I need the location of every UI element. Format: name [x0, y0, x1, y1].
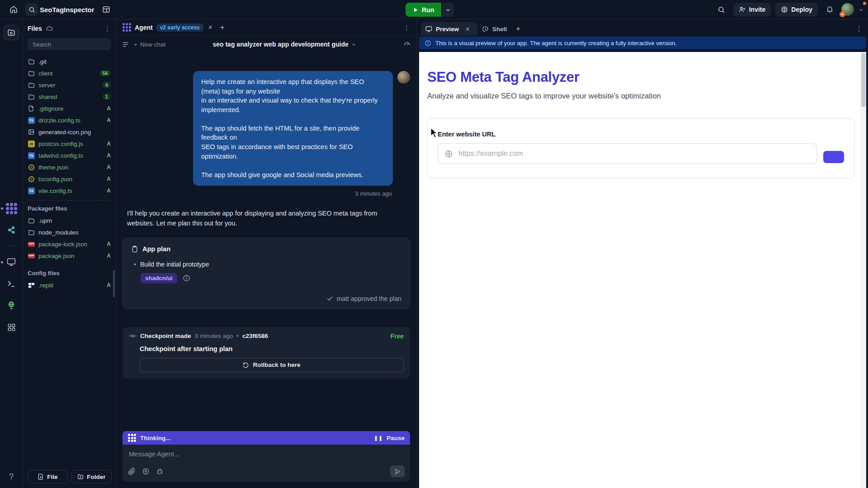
preview-scrollbar[interactable] [860, 52, 866, 488]
target-icon[interactable] [142, 468, 150, 475]
typescript-icon: TS [28, 117, 35, 124]
new-file-button[interactable]: File [28, 470, 68, 483]
agent-tab-menu-button[interactable]: ⋮ [401, 23, 412, 32]
chevron-down-icon [445, 7, 451, 13]
file-name: .gitignore [38, 105, 64, 112]
file-row[interactable]: JS postcss.config.js A [28, 138, 111, 150]
tab-agent[interactable]: Agent v2 early access [121, 19, 205, 36]
tab-shell[interactable]: Shell [477, 22, 511, 36]
file-row[interactable]: .gitignore A [28, 103, 111, 114]
new-chat-button[interactable]: + New chat [134, 41, 165, 48]
url-card: Enter website URL [427, 118, 854, 178]
file-row[interactable]: shared 1 [28, 91, 111, 103]
preview-menu-button[interactable]: ⋮ [854, 25, 864, 33]
rail-divider [5, 246, 17, 246]
tab-preview[interactable]: Preview ✕ [421, 22, 477, 36]
global-search-button[interactable] [714, 3, 729, 16]
workflows-rail-button[interactable] [5, 224, 17, 236]
chat-title-dropdown[interactable]: seo tag analyzer web app development gui… [170, 41, 399, 48]
chat-header: + New chat seo tag analyzer web app deve… [116, 36, 416, 53]
file-row[interactable]: .replit A [28, 279, 111, 291]
help-button[interactable]: ? [0, 472, 23, 482]
analyze-button[interactable] [823, 151, 844, 163]
console-rail-button[interactable] [5, 256, 17, 268]
home-button[interactable] [6, 3, 21, 16]
run-options-button[interactable] [442, 3, 454, 17]
added-badge: A [107, 282, 111, 288]
file-row[interactable]: package-lock.json A [28, 238, 111, 250]
file-row[interactable]: node_modules [28, 226, 111, 238]
npm-icon [28, 240, 35, 248]
file-row[interactable]: server 4 [28, 79, 111, 91]
files-search-input[interactable] [32, 41, 107, 48]
file-name: .replit [38, 282, 53, 289]
file-name: vite.config.ts [38, 188, 72, 194]
info-icon[interactable] [183, 274, 190, 282]
config-files-label: Config files [28, 268, 111, 279]
checkpoint-time: 3 minutes ago [195, 333, 233, 339]
checkpoint-hash: c23f6586 [242, 333, 268, 339]
avatar-plus-badge: + [840, 11, 845, 17]
typescript-icon: TS [28, 152, 35, 159]
file-row[interactable]: client 56 [28, 67, 111, 79]
chat-list-icon[interactable] [122, 41, 129, 48]
attachment-icon[interactable] [128, 468, 136, 475]
plan-item-label: Build the initial prototype [140, 261, 209, 268]
file-row[interactable]: generated-icon.png [28, 126, 111, 138]
file-row[interactable]: .git [28, 56, 111, 67]
agent-rail-button[interactable] [5, 202, 17, 214]
files-scrollbar[interactable] [113, 270, 115, 297]
deployments-rail-button[interactable] [5, 300, 17, 311]
close-preview-tab-button[interactable]: ✕ [462, 26, 473, 33]
close-tab-button[interactable]: ✕ [205, 24, 216, 31]
layout-toggle-button[interactable] [99, 3, 113, 16]
shadcn-tag[interactable]: shadcn/ui [141, 273, 177, 283]
file-plus-icon [38, 474, 44, 480]
new-pane-button[interactable]: + [511, 24, 525, 33]
bug-icon[interactable] [156, 468, 164, 475]
chat-scroll-area[interactable]: Help me create an interactive app that d… [116, 54, 416, 428]
app-icon[interactable] [25, 3, 38, 16]
new-tab-button[interactable]: + [216, 23, 229, 32]
section-divider [28, 200, 111, 201]
file-name: client [38, 70, 53, 77]
new-folder-label: Folder [87, 474, 105, 480]
notifications-button[interactable] [822, 3, 837, 16]
file-row[interactable]: TS drizzle.config.ts A [28, 114, 111, 126]
pause-button[interactable]: ❚❚ Pause [374, 435, 405, 441]
files-menu-button[interactable]: ⋮ [104, 24, 111, 33]
send-button[interactable] [390, 465, 405, 477]
send-icon [394, 468, 401, 475]
file-row[interactable]: .upm [28, 215, 111, 226]
account-chevron-icon[interactable] [859, 7, 863, 12]
collapse-files-button[interactable] [4, 25, 19, 40]
new-folder-button[interactable]: Folder [71, 470, 112, 483]
message-agent-input[interactable] [128, 450, 405, 458]
file-name: theme.json [38, 164, 68, 171]
run-button[interactable]: Run [406, 3, 441, 17]
file-row[interactable]: TS vite.config.ts A [28, 185, 111, 197]
file-row[interactable]: package.json A [28, 250, 111, 262]
cloud-icon [46, 25, 53, 32]
url-input-wrap[interactable] [438, 143, 817, 164]
usage-gauge-icon[interactable] [403, 41, 411, 48]
free-badge: Free [390, 333, 404, 340]
rollback-button[interactable]: Rollback to here [140, 358, 404, 372]
message-input-wrap[interactable] [128, 450, 405, 458]
deploy-button[interactable]: Deploy [775, 3, 818, 16]
scrollbar-thumb[interactable] [861, 53, 866, 107]
files-search-box[interactable] [28, 38, 111, 50]
tools-rail-button[interactable] [5, 321, 17, 333]
file-row[interactable]: TS tailwind.config.ts A [28, 150, 111, 161]
invite-button[interactable]: Invite [733, 3, 771, 16]
file-row[interactable]: theme.json A [28, 161, 111, 173]
check-icon [326, 295, 333, 302]
assistant-message: I'll help you create an interactive app … [127, 209, 406, 229]
url-input[interactable] [458, 149, 810, 158]
file-list: .git client 56 server 4 shared 1 .gitign… [23, 54, 115, 291]
avatar[interactable]: + [841, 3, 854, 16]
file-row[interactable]: tsconfig.json A [28, 173, 111, 185]
change-count-badge: 4 [103, 82, 111, 88]
shell-rail-button[interactable] [5, 278, 17, 290]
url-label: Enter website URL [438, 131, 844, 138]
